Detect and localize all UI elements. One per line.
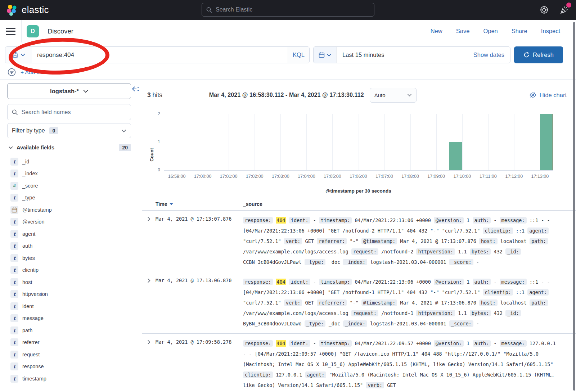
field-value: 432 xyxy=(494,310,503,316)
field-badge: auth: xyxy=(473,217,491,224)
saved-query-menu-button[interactable] xyxy=(5,47,32,63)
field-item-agent[interactable]: tagent xyxy=(7,228,131,240)
field-value: 127.0.0.1 xyxy=(276,372,302,378)
field-value: Mar 4, 2021 @ 17:13:07.876 xyxy=(400,238,476,244)
histogram-bar[interactable] xyxy=(449,142,462,170)
filter-count-badge: 0 xyxy=(49,127,59,134)
field-item-version[interactable]: t@version xyxy=(7,216,131,228)
vertical-scrollbar[interactable] xyxy=(573,20,576,392)
field-item-message[interactable]: tmessage xyxy=(7,312,131,325)
x-axis-tick-label: 17:06:00 xyxy=(350,174,367,179)
global-search-input[interactable] xyxy=(216,6,370,13)
header-action-share[interactable]: Share xyxy=(512,28,527,35)
global-topbar: elastic xyxy=(0,0,576,20)
text-field-icon: t xyxy=(10,302,18,310)
field-item-referrer[interactable]: treferrer xyxy=(7,337,131,349)
header-action-open[interactable]: Open xyxy=(483,28,498,35)
interval-value: Auto xyxy=(374,92,386,98)
field-badge: path: xyxy=(530,238,548,244)
refresh-button[interactable]: Refresh xyxy=(514,46,563,63)
field-item-ident[interactable]: tident xyxy=(7,300,131,312)
field-item-request[interactable]: trequest xyxy=(7,348,131,361)
y-axis-tick-label: 0 xyxy=(152,167,160,172)
field-value: - xyxy=(494,279,496,285)
x-axis-tick-label: 17:05:00 xyxy=(324,174,341,179)
header-action-inspect[interactable]: Inspect xyxy=(541,28,560,35)
histogram-bar[interactable] xyxy=(540,114,553,170)
text-field-icon: t xyxy=(10,290,18,298)
field-item-timestamp[interactable]: ttimestamp xyxy=(7,373,131,385)
field-badge: ident: xyxy=(289,340,310,347)
query-input-group: KQL xyxy=(5,46,310,63)
show-dates-button[interactable]: Show dates xyxy=(473,47,510,63)
field-value: 04/Mar/2021:22:13:06 +0000 xyxy=(355,217,431,223)
time-range-value[interactable]: Last 15 minutes xyxy=(337,47,473,63)
header-action-new[interactable]: New xyxy=(431,28,442,35)
text-field-icon: t xyxy=(10,170,18,177)
date-quick-select-button[interactable] xyxy=(314,47,337,63)
field-badge: _id: xyxy=(505,310,521,316)
field-badge: _index: xyxy=(343,320,367,327)
index-pattern-select[interactable]: logstash-* xyxy=(7,83,131,99)
header-action-save[interactable]: Save xyxy=(456,28,470,35)
field-badge: response: xyxy=(243,279,273,285)
x-axis-tick-label: 17:11:00 xyxy=(480,174,497,179)
field-value: - xyxy=(476,321,479,326)
field-badge: request: xyxy=(351,248,378,255)
filter-icon[interactable] xyxy=(7,68,16,77)
text-field-icon: t xyxy=(10,266,18,274)
field-badge: path: xyxy=(530,299,548,306)
field-value: CCBN_3cB04dGovJLPawl xyxy=(243,259,302,265)
field-search-input[interactable] xyxy=(22,109,127,116)
kql-query-input[interactable] xyxy=(32,47,288,63)
field-item-path[interactable]: tpath xyxy=(7,324,131,337)
field-item-type[interactable]: t_type xyxy=(7,192,131,204)
help-icon[interactable] xyxy=(540,5,549,14)
field-item-id[interactable]: t_id xyxy=(7,156,131,168)
field-badge: timestamp: xyxy=(319,279,352,285)
menu-hamburger-icon[interactable] xyxy=(6,28,15,35)
column-header-time[interactable]: Time xyxy=(156,201,243,207)
field-value: GET xyxy=(305,300,314,306)
text-field-icon: t xyxy=(10,230,18,238)
field-value: localhost xyxy=(500,300,527,306)
table-row: Mar 4, 2021 @ 17:09:58.278response: 404 … xyxy=(142,334,576,392)
field-item-bytes[interactable]: tbytes xyxy=(7,252,131,264)
field-value: ByBN_3cB04dGovJLOawo xyxy=(243,321,302,326)
field-value: logstash-2021.03.04-000001 xyxy=(370,321,446,326)
expand-row-icon[interactable] xyxy=(142,277,156,329)
interval-select[interactable]: Auto xyxy=(370,88,417,103)
available-fields-header[interactable]: Available fields 20 xyxy=(7,144,131,151)
global-search[interactable] xyxy=(202,3,374,17)
field-badge: host: xyxy=(479,238,498,244)
collapse-sidebar-icon[interactable] xyxy=(132,86,140,92)
field-item-score[interactable]: #_score xyxy=(7,180,131,192)
field-value: Mar 4, 2021 @ 17:13:06.870 xyxy=(400,300,476,306)
field-name: timestamp xyxy=(22,376,46,382)
field-item-httpversion[interactable]: thttpversion xyxy=(7,288,131,301)
field-badge: _index: xyxy=(343,259,367,265)
field-item-index[interactable]: t_index xyxy=(7,168,131,180)
add-filter-button[interactable]: + Add filter xyxy=(21,69,47,76)
field-item-host[interactable]: thost xyxy=(7,276,131,288)
field-item-response[interactable]: tresponse xyxy=(7,361,131,373)
chevron-down-icon xyxy=(9,146,13,149)
field-search[interactable] xyxy=(7,104,131,120)
field-badge: host: xyxy=(479,299,498,306)
hide-chart-button[interactable]: Hide chart xyxy=(529,91,567,99)
expand-row-icon[interactable] xyxy=(142,338,156,391)
newsfeed-button[interactable] xyxy=(559,5,569,15)
query-language-button[interactable]: KQL xyxy=(288,47,309,63)
x-axis-tick-label: 17:00:00 xyxy=(194,174,212,179)
text-field-icon: t xyxy=(10,375,18,383)
scrollbar-thumb[interactable] xyxy=(573,22,575,391)
histogram-chart[interactable]: Count 012 16:59:0017:00:0017:01:0017:02:… xyxy=(164,114,553,194)
elastic-logo[interactable]: elastic xyxy=(6,4,49,16)
field-item-auth[interactable]: tauth xyxy=(7,240,131,252)
field-item-clientip[interactable]: tclientip xyxy=(7,264,131,276)
field-value: 04/Mar/2021:22:13:06 +0000 xyxy=(355,279,431,285)
table-row: Mar 4, 2021 @ 17:13:07.876response: 404 … xyxy=(142,211,576,272)
expand-row-icon[interactable] xyxy=(142,215,156,267)
field-item-timestamp[interactable]: @timestamp xyxy=(7,204,131,216)
filter-by-type-select[interactable]: Filter by type 0 xyxy=(7,123,131,138)
